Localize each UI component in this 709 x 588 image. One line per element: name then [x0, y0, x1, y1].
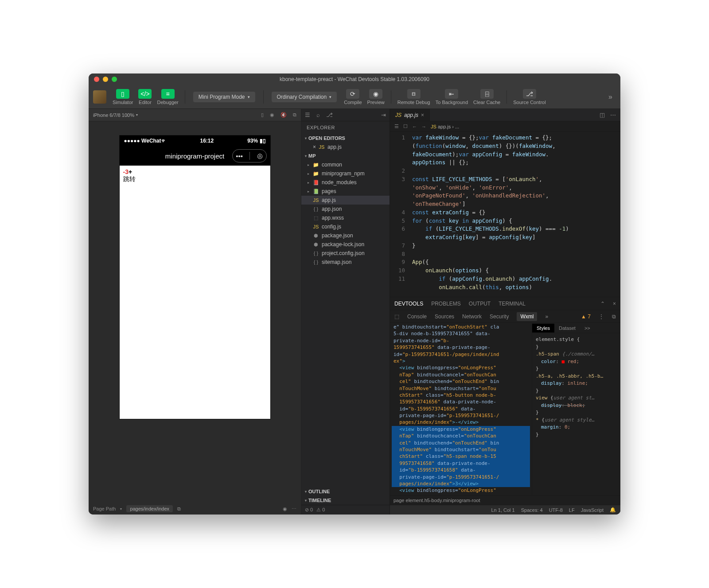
collapse-icon[interactable]: ⇥ [381, 112, 386, 118]
more-icon[interactable]: ⋯ [292, 506, 296, 512]
mode-dropdown[interactable]: Mini Program Mode [193, 92, 255, 102]
counter: -3+ [123, 168, 267, 175]
chevron-down-icon: ▾ [120, 507, 122, 511]
code[interactable]: var fakeWindow = {};var fakeDocument = {… [409, 132, 620, 297]
bookmark-icon[interactable]: ☐ [403, 124, 408, 129]
overflow-icon[interactable]: » [605, 93, 616, 101]
record-icon[interactable]: ◉ [270, 112, 274, 118]
simulator-button[interactable]: ▯Simulator [113, 89, 133, 105]
avatar[interactable] [93, 90, 106, 104]
remote-debug-button[interactable]: ⧈Remote Debug [397, 89, 430, 105]
errors-icon[interactable]: ⊘ 0 [305, 507, 313, 513]
split-icon[interactable]: ◫ [600, 112, 605, 118]
close-icon[interactable]: × [613, 301, 616, 307]
tab-sources[interactable]: Sources [435, 313, 454, 320]
maximize-window-icon[interactable] [112, 77, 117, 82]
tab-actions: ◫ ⋯ [595, 109, 620, 121]
menu-icon[interactable]: ☰ [394, 124, 399, 129]
file-item[interactable]: JSconfig.js [301, 222, 390, 231]
target-icon[interactable]: ◎ [257, 152, 263, 160]
inspect-icon[interactable]: ⬚ [394, 313, 399, 320]
source-control-button[interactable]: ⎇Source Control [513, 89, 545, 105]
tab-output[interactable]: OUTPUT [469, 301, 491, 307]
language[interactable]: JavaScript [581, 507, 604, 513]
file-item[interactable]: ⬚app.wxss [301, 213, 390, 222]
to-background-button[interactable]: ⇤To Background [436, 89, 468, 105]
branch-icon[interactable]: ⎇ [326, 112, 333, 118]
device-selector[interactable]: iPhone 6/7/8 100% [93, 112, 134, 118]
clear-cache-button[interactable]: ⌸Clear Cache [473, 89, 500, 105]
warning-badge[interactable]: ▲ 7 [581, 313, 591, 320]
tab-styles[interactable]: Styles [532, 324, 554, 333]
compile-button[interactable]: ⟳Compile [344, 89, 362, 105]
jump-link[interactable]: 跳转 [123, 175, 267, 183]
compilation-dropdown[interactable]: Ordinary Compilation [272, 92, 337, 102]
tab-app-js[interactable]: JSapp.js× [390, 109, 430, 121]
tab-devtools[interactable]: DEVTOOLS [394, 301, 423, 307]
editor-body[interactable]: 1234567891011 var fakeWindow = {};var fa… [390, 132, 620, 297]
copy-icon[interactable]: ⧉ [177, 506, 181, 512]
list-icon[interactable]: ☰ [305, 112, 310, 118]
page-path-input[interactable]: pages/index/index [126, 505, 173, 512]
overflow-icon[interactable]: » [545, 313, 548, 320]
debugger-button[interactable]: ≡Debugger [157, 89, 178, 105]
file-item[interactable]: { }project.config.json [301, 249, 390, 258]
file-item[interactable]: 📗pages [301, 187, 390, 196]
phone-navbar: miniprogram-project •••◎ [120, 146, 270, 166]
tab-wxml[interactable]: Wxml [517, 312, 537, 321]
rotate-icon[interactable]: ▯ [261, 112, 264, 118]
menu-icon[interactable]: ••• [236, 152, 243, 160]
encoding[interactable]: UTF-8 [549, 507, 563, 513]
tab-console[interactable]: Console [407, 313, 427, 320]
close-icon[interactable]: × [313, 144, 316, 150]
close-window-icon[interactable] [94, 77, 99, 82]
sim-actions: ▯ ◉ 🔇 ⧉ [261, 112, 296, 118]
plus-button[interactable]: + [129, 168, 132, 175]
search-icon[interactable]: ⌕ [316, 112, 320, 118]
file-item[interactable]: ⬢package-lock.json [301, 240, 390, 249]
file-item[interactable]: 📕node_modules [301, 178, 390, 187]
file-item[interactable]: JSapp.js [301, 196, 390, 205]
styles-body[interactable]: element.style { } .h5-span {./common/… c… [532, 333, 620, 495]
outline-section[interactable]: OUTLINE [301, 487, 390, 496]
indent[interactable]: Spaces: 4 [521, 507, 543, 513]
file-item[interactable]: ⬢package.json [301, 231, 390, 240]
editor-button[interactable]: </>Editor [138, 89, 152, 105]
tab-security[interactable]: Security [490, 313, 509, 320]
bell-icon[interactable]: 🔔 [610, 507, 616, 513]
timeline-section[interactable]: TIMELINE [301, 496, 390, 505]
minimize-window-icon[interactable] [103, 77, 108, 82]
carrier: ●●●●● WeChatᯤ [124, 138, 167, 144]
preview-button[interactable]: ◉Preview [367, 89, 385, 105]
file-item[interactable]: { }app.json [301, 205, 390, 213]
open-editors-section[interactable]: OPEN EDITORS [301, 134, 390, 143]
more-icon[interactable]: ⋯ [610, 112, 616, 118]
warnings-icon[interactable]: ⚠ 0 [316, 507, 325, 513]
chevron-up-icon[interactable]: ⌃ [600, 301, 605, 307]
forward-icon[interactable]: → [421, 124, 426, 129]
file-item[interactable]: 📁common [301, 160, 390, 169]
back-icon[interactable]: ← [412, 124, 417, 129]
tab-dataset[interactable]: Dataset [554, 324, 580, 333]
tab-network[interactable]: Network [462, 313, 482, 320]
open-editor-item[interactable]: ×JSapp.js [301, 143, 390, 151]
devtools-crumb[interactable]: page element.h5-body.miniprogram-root [390, 495, 620, 505]
dock-icon[interactable]: ⧉ [612, 313, 616, 320]
copy-icon[interactable]: ⧉ [293, 112, 296, 118]
cursor-position[interactable]: Ln 1, Col 1 [491, 507, 515, 513]
simulator-area: ●●●●● WeChatᯤ 16:12 93% ▮▯ miniprogram-p… [89, 121, 301, 503]
toolbar: ▯Simulator </>Editor ≡Debugger Mini Prog… [89, 85, 620, 109]
file-item[interactable]: 📁miniprogram_npm [301, 169, 390, 178]
close-icon[interactable]: × [421, 112, 424, 118]
mute-icon[interactable]: 🔇 [280, 112, 287, 118]
tab-more[interactable]: >> [580, 324, 595, 333]
tab-terminal[interactable]: TERMINAL [499, 301, 526, 307]
phone-body[interactable]: -3+ 跳转 [120, 166, 270, 419]
eye-icon[interactable]: ◉ [283, 506, 287, 512]
wxml-tree[interactable]: e" bindtouchstart="onTouchStart" cla 5-d… [390, 323, 532, 495]
tab-problems[interactable]: PROBLEMS [431, 301, 461, 307]
file-item[interactable]: { }sitemap.json [301, 258, 390, 267]
eol[interactable]: LF [569, 507, 575, 513]
more-icon[interactable]: ⋮ [599, 313, 604, 320]
project-root[interactable]: MP [301, 151, 390, 160]
